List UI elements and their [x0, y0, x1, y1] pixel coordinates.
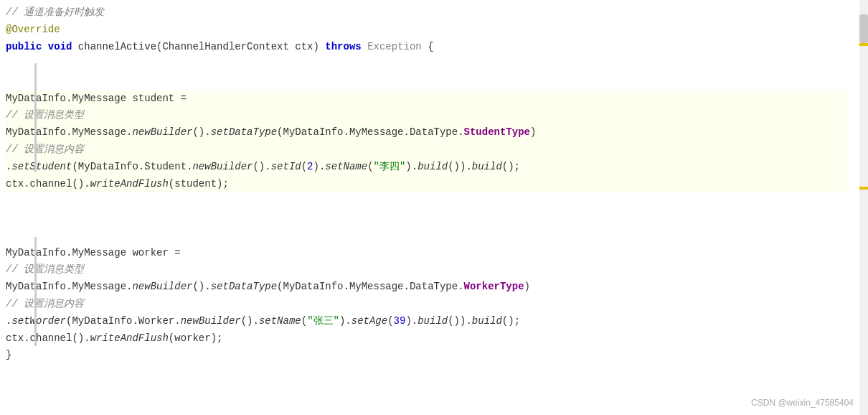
line-worker-flush: ctx.channel().writeAndFlush(worker); — [6, 330, 846, 348]
worker-type: WorkerType — [464, 281, 524, 292]
line-comment-type2: // 设置消息类型 — [6, 261, 846, 279]
comment-set-content2: // 设置消息内容 — [6, 298, 84, 309]
student-type: StudentType — [464, 126, 530, 138]
line-comment-content1: // 设置消息内容 — [6, 141, 846, 159]
line-closing: } — [6, 347, 846, 364]
keyword-public: public — [6, 41, 42, 52]
keyword-void: void — [48, 41, 72, 52]
scrollbar-vertical[interactable] — [859, 0, 868, 415]
line-annotation: @Override — [6, 22, 846, 39]
code-area: // 通道准备好时触发@Overridepublic void channelA… — [0, 0, 846, 415]
comment-set-type2: // 设置消息类型 — [6, 264, 84, 275]
comment-text: // 通道准备好时触发 — [6, 6, 104, 18]
exception-type: Exception — [367, 41, 422, 52]
code-container: // 通道准备好时触发@Overridepublic void channelA… — [0, 0, 868, 415]
keyword-throws: throws — [325, 41, 361, 52]
line-student-set: .setStudent(MyDataInfo.Student.newBuilde… — [6, 159, 846, 176]
comment-set-content1: // 设置消息内容 — [6, 144, 84, 155]
watermark: CSDN @weixin_47585404 — [751, 398, 854, 408]
line-comment-channel: // 通道准备好时触发 — [6, 4, 846, 22]
line-student-decl: MyDataInfo.MyMessage student = — [6, 90, 846, 108]
line-method-sig: public void channelActive(ChannelHandler… — [6, 39, 846, 56]
scrollbar-mark-1 — [859, 43, 868, 46]
line-worker-set: .setWorder(MyDataInfo.Worker.newBuilder(… — [6, 313, 846, 330]
line-worker-decl: MyDataInfo.MyMessage worker = — [6, 245, 846, 262]
line-worker-builder: MyDataInfo.MyMessage.newBuilder().setDat… — [6, 279, 846, 296]
comment-set-type1: // 设置消息类型 — [6, 109, 84, 121]
line-comment-content2: // 设置消息内容 — [6, 296, 846, 313]
scrollbar-thumb[interactable] — [859, 14, 868, 43]
override-annotation: @Override — [6, 24, 60, 35]
block-line-1 — [34, 63, 37, 172]
line-comment-type1: // 设置消息类型 — [6, 107, 846, 124]
block-line-2 — [34, 237, 37, 346]
scrollbar-mark-2 — [859, 187, 868, 190]
line-student-flush: ctx.channel().writeAndFlush(student); — [6, 176, 846, 193]
line-student-builder: MyDataInfo.MyMessage.newBuilder().setDat… — [6, 124, 846, 141]
